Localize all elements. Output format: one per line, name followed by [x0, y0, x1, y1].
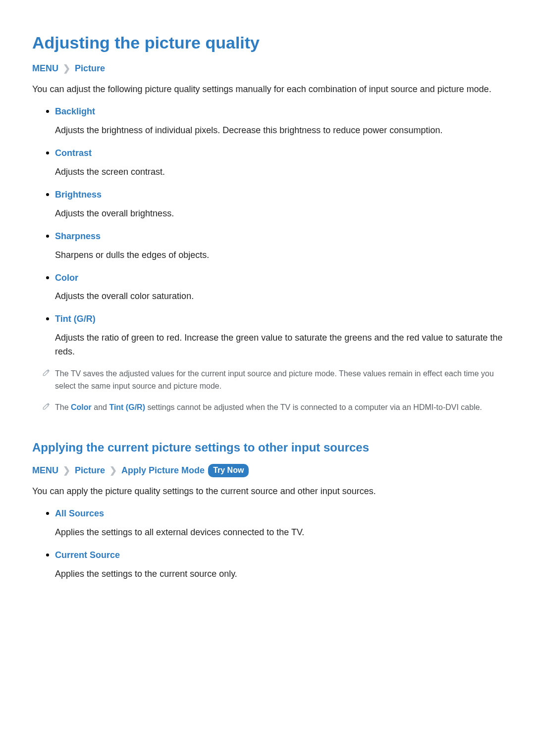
- breadcrumb-menu: MENU: [32, 465, 58, 475]
- list-item: Current Source Applies the settings to t…: [32, 549, 503, 581]
- list-item: Color Adjusts the overall color saturati…: [32, 271, 503, 304]
- chevron-right-icon: ❯: [109, 465, 117, 475]
- setting-desc: Adjusts the overall brightness.: [55, 207, 503, 221]
- setting-title-contrast: Contrast: [55, 147, 503, 160]
- note-keyword-tint: Tint (G/R): [109, 403, 145, 411]
- page-title: Adjusting the picture quality: [32, 30, 503, 56]
- section2-intro: You can apply the picture quality settin…: [32, 485, 503, 499]
- list-item: Brightness Adjusts the overall brightnes…: [32, 188, 503, 221]
- setting-desc: Sharpens or dulls the edges of objects.: [55, 249, 503, 262]
- apply-title-all-sources: All Sources: [55, 507, 503, 521]
- pencil-icon: [42, 368, 51, 377]
- setting-desc: Adjusts the ratio of green to red. Incre…: [55, 331, 503, 359]
- note-text-pre: The: [55, 403, 71, 411]
- apply-desc: Applies the settings to the current sour…: [55, 567, 503, 581]
- breadcrumb-menu: MENU: [32, 63, 58, 73]
- pencil-icon: [42, 402, 51, 410]
- note-text-mid: and: [92, 403, 109, 411]
- apply-title-current-source: Current Source: [55, 549, 503, 562]
- breadcrumb-picture: MENU ❯ Picture: [32, 62, 503, 76]
- list-item: Contrast Adjusts the screen contrast.: [32, 147, 503, 179]
- setting-desc: Adjusts the screen contrast.: [55, 165, 503, 179]
- setting-title-tint: Tint (G/R): [55, 312, 503, 326]
- setting-desc: Adjusts the overall color saturation.: [55, 290, 503, 303]
- setting-title-sharpness: Sharpness: [55, 230, 503, 244]
- page-content: Adjusting the picture quality MENU ❯ Pic…: [0, 0, 535, 611]
- try-now-badge[interactable]: Try Now: [208, 464, 249, 478]
- intro-text: You can adjust the following picture qua…: [32, 83, 503, 97]
- apply-mode-list: All Sources Applies the settings to all …: [32, 507, 503, 581]
- breadcrumb-picture-label: Picture: [75, 465, 105, 475]
- note-text-post: settings cannot be adjusted when the TV …: [145, 403, 482, 411]
- list-item: Backlight Adjusts the brightness of indi…: [32, 105, 503, 138]
- chevron-right-icon: ❯: [63, 465, 70, 475]
- chevron-right-icon: ❯: [63, 63, 70, 73]
- note-text: The TV saves the adjusted values for the…: [55, 369, 494, 390]
- note-block: The TV saves the adjusted values for the…: [32, 368, 503, 393]
- setting-desc: Adjusts the brightness of individual pix…: [55, 124, 503, 138]
- list-item: Tint (G/R) Adjusts the ratio of green to…: [32, 312, 503, 359]
- note-block: The Color and Tint (G/R) settings cannot…: [32, 402, 503, 414]
- apply-desc: Applies the settings to all external dev…: [55, 526, 503, 540]
- list-item: Sharpness Sharpens or dulls the edges of…: [32, 230, 503, 262]
- note-keyword-color: Color: [71, 403, 92, 411]
- breadcrumb-apply-label: Apply Picture Mode: [121, 465, 205, 475]
- setting-title-backlight: Backlight: [55, 105, 503, 119]
- settings-list: Backlight Adjusts the brightness of indi…: [32, 105, 503, 359]
- setting-title-brightness: Brightness: [55, 188, 503, 202]
- setting-title-color: Color: [55, 271, 503, 285]
- breadcrumb-picture-label: Picture: [75, 63, 105, 73]
- section-title-apply: Applying the current picture settings to…: [32, 438, 503, 456]
- list-item: All Sources Applies the settings to all …: [32, 507, 503, 540]
- breadcrumb-apply-picture-mode: MENU ❯ Picture ❯ Apply Picture Mode Try …: [32, 464, 503, 478]
